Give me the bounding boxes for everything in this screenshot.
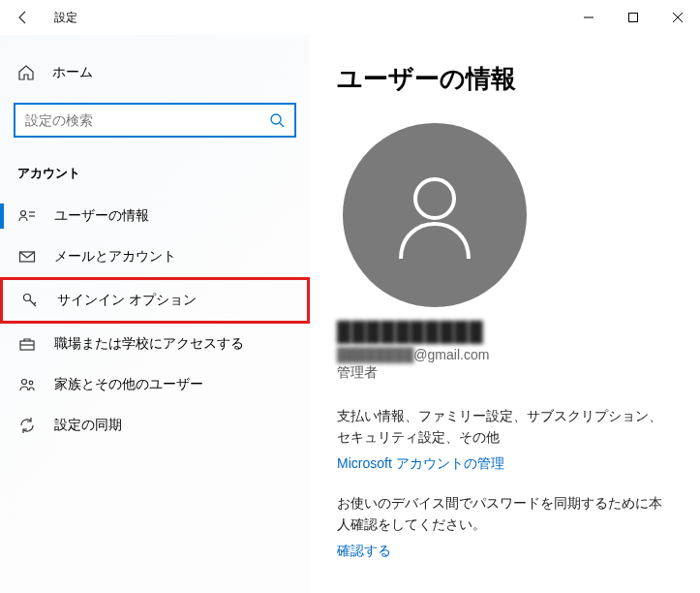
nav-label: メールとアカウント bbox=[54, 248, 176, 265]
mail-icon bbox=[17, 248, 37, 265]
home-icon bbox=[17, 64, 35, 81]
email-local: ████████ bbox=[337, 347, 413, 362]
back-button[interactable] bbox=[0, 0, 46, 35]
nav-label: 設定の同期 bbox=[54, 417, 122, 434]
svg-rect-1 bbox=[629, 14, 638, 22]
svg-point-6 bbox=[21, 211, 26, 216]
svg-line-5 bbox=[280, 123, 284, 127]
sync-password-text: お使いのデバイス間でパスワードを同期するために本人確認をしてください。 bbox=[337, 492, 673, 536]
search-box[interactable] bbox=[14, 103, 296, 138]
titlebar: 設定 bbox=[0, 0, 700, 35]
search-icon bbox=[269, 112, 285, 128]
user-display-name: ██████████ bbox=[337, 321, 673, 343]
section-title: アカウント bbox=[0, 145, 310, 196]
manage-account-link[interactable]: Microsoft アカウントの管理 bbox=[337, 455, 504, 473]
home-label: ホーム bbox=[52, 64, 93, 81]
page-title: ユーザーの情報 bbox=[337, 62, 673, 96]
maximize-icon bbox=[627, 12, 639, 23]
nav-label: サインイン オプション bbox=[57, 292, 197, 309]
svg-line-12 bbox=[34, 302, 36, 304]
svg-point-17 bbox=[415, 179, 454, 218]
nav-user-info[interactable]: ユーザーの情報 bbox=[0, 196, 310, 236]
sync-icon bbox=[17, 417, 37, 434]
user-icon bbox=[381, 162, 488, 268]
minimize-button[interactable] bbox=[566, 0, 611, 35]
user-role: 管理者 bbox=[337, 364, 673, 382]
verify-link[interactable]: 確認する bbox=[337, 543, 391, 560]
briefcase-icon bbox=[17, 335, 37, 353]
email-domain: @gmail.com bbox=[413, 347, 489, 362]
sidebar: ホーム アカウント ユーザーの情報 メールとアカウント bbox=[0, 35, 310, 593]
window-controls bbox=[566, 0, 700, 35]
nav-list: ユーザーの情報 メールとアカウント サインイン オプション 職場または学校にアク… bbox=[0, 196, 310, 446]
svg-point-15 bbox=[22, 380, 27, 385]
maximize-button[interactable] bbox=[611, 0, 655, 35]
avatar[interactable] bbox=[343, 123, 527, 307]
minimize-icon bbox=[583, 12, 594, 23]
nav-email-accounts[interactable]: メールとアカウント bbox=[0, 236, 310, 277]
user-card-icon bbox=[17, 207, 37, 225]
nav-family-users[interactable]: 家族とその他のユーザー bbox=[0, 364, 310, 405]
close-icon bbox=[672, 12, 684, 23]
people-icon bbox=[17, 376, 37, 393]
payment-info-text: 支払い情報、ファミリー設定、サブスクリプション、セキュリティ設定、その他 bbox=[337, 405, 673, 449]
nav-label: 家族とその他のユーザー bbox=[54, 376, 203, 393]
window-title: 設定 bbox=[54, 10, 77, 26]
avatar-container bbox=[343, 123, 673, 307]
user-email: ████████@gmail.com bbox=[337, 347, 673, 362]
search-input[interactable] bbox=[25, 112, 269, 128]
nav-label: 職場または学校にアクセスする bbox=[54, 335, 244, 353]
svg-point-4 bbox=[271, 114, 281, 124]
close-button[interactable] bbox=[655, 0, 700, 35]
svg-point-10 bbox=[24, 295, 31, 301]
arrow-left-icon bbox=[15, 10, 31, 25]
key-icon bbox=[20, 292, 40, 309]
main-content: ユーザーの情報 ██████████ ████████@gmail.com 管理… bbox=[310, 35, 700, 593]
home-nav[interactable]: ホーム bbox=[0, 54, 310, 91]
nav-signin-options[interactable]: サインイン オプション bbox=[0, 277, 310, 324]
svg-point-16 bbox=[29, 381, 33, 385]
nav-sync-settings[interactable]: 設定の同期 bbox=[0, 405, 310, 446]
nav-label: ユーザーの情報 bbox=[54, 207, 149, 225]
nav-work-school[interactable]: 職場または学校にアクセスする bbox=[0, 324, 310, 364]
